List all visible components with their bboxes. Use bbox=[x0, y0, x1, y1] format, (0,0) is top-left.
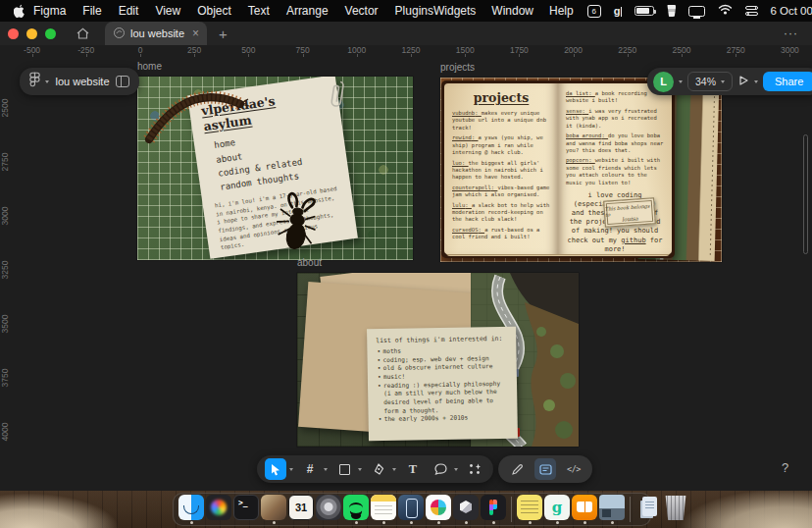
glass-widget-icon[interactable] bbox=[667, 5, 676, 17]
text-tool-button[interactable]: T bbox=[402, 458, 424, 480]
ruler-tick-label: 2500 bbox=[667, 45, 696, 55]
ruler-tick-label: -250 bbox=[72, 45, 101, 55]
chevron-down-icon[interactable] bbox=[392, 468, 396, 471]
stag-beetle-illustration bbox=[265, 187, 328, 257]
game-icon[interactable] bbox=[261, 495, 286, 524]
menu-item[interactable]: View bbox=[155, 4, 180, 18]
notes-icon[interactable] bbox=[371, 495, 396, 524]
menu-item[interactable]: Text bbox=[248, 4, 270, 18]
frame-tool-button[interactable]: # bbox=[299, 458, 321, 480]
menu-bar: FigmaFileEditViewObjectTextArrangeVector… bbox=[0, 0, 812, 22]
app-menu-items: FigmaFileEditViewObjectTextArrangeVector… bbox=[33, 4, 433, 18]
menu-item[interactable]: File bbox=[82, 4, 101, 18]
zoom-level: 34% bbox=[695, 76, 716, 87]
chevron-down-icon[interactable] bbox=[358, 468, 362, 471]
frame-label-about[interactable]: about bbox=[297, 257, 322, 268]
vertical-scrollbar[interactable] bbox=[803, 134, 808, 254]
tab-lou-website[interactable]: lou website × bbox=[105, 22, 207, 45]
new-tab-button[interactable]: + bbox=[219, 26, 228, 42]
slack-icon[interactable] bbox=[426, 495, 451, 524]
ruler-tick-label: 2000 bbox=[559, 45, 588, 55]
files-icon[interactable] bbox=[635, 495, 661, 524]
project-entry: lulua slack bot to help with moderation … bbox=[452, 202, 550, 224]
wifi-icon[interactable] bbox=[718, 4, 733, 18]
chevron-down-icon[interactable] bbox=[324, 468, 328, 471]
menu-item[interactable]: Vector bbox=[345, 4, 379, 18]
trash-icon[interactable] bbox=[663, 495, 688, 524]
launchpad-icon[interactable] bbox=[206, 495, 231, 524]
menu-item[interactable]: Plugins bbox=[395, 4, 433, 18]
close-window-button[interactable] bbox=[8, 28, 19, 39]
window-thumbnail-icon[interactable] bbox=[599, 495, 625, 524]
file-toolbar[interactable]: lou website bbox=[20, 68, 139, 95]
ruler-tick-label: 1250 bbox=[396, 45, 426, 55]
project-entry: cursedOSa rust-based os a cool friend an… bbox=[452, 227, 550, 241]
canvas[interactable]: -500-25002505007501000125015001750200022… bbox=[0, 45, 812, 491]
pen-tool-button[interactable] bbox=[368, 458, 389, 480]
finder-icon[interactable] bbox=[178, 495, 204, 524]
desktop-wallpaper bbox=[0, 491, 812, 528]
spotify-icon[interactable] bbox=[343, 495, 369, 524]
overflow-menu-icon[interactable]: ··· bbox=[784, 26, 798, 40]
project-entry: luothe biggest all girls' hackathon in n… bbox=[452, 160, 550, 182]
grammarly-menu-icon[interactable]: g bbox=[614, 5, 623, 17]
terminal-icon[interactable] bbox=[233, 495, 259, 524]
chevron-down-icon[interactable] bbox=[754, 80, 758, 83]
status-icons: 6 g bbox=[587, 4, 759, 18]
menu-item[interactable]: Widgets bbox=[433, 4, 476, 18]
frame-home[interactable]: vlperidae's asylum homeaboutcoding & rel… bbox=[137, 77, 413, 260]
avatar[interactable]: L bbox=[653, 72, 674, 92]
shape-tool-button[interactable] bbox=[333, 458, 355, 480]
tools-segment: # T bbox=[257, 455, 493, 483]
cube-app-icon[interactable] bbox=[453, 495, 479, 524]
share-button[interactable]: Share bbox=[763, 72, 812, 91]
dev-mode-code-button[interactable]: </> bbox=[563, 458, 584, 480]
project-entry: vubudnbmakes every unique youtube url in… bbox=[452, 110, 550, 132]
actions-button[interactable] bbox=[464, 458, 485, 480]
project-entry: da lista book recording website i built! bbox=[566, 90, 664, 105]
chevron-down-icon[interactable] bbox=[679, 80, 683, 83]
minimize-window-button[interactable] bbox=[26, 28, 37, 39]
fullscreen-window-button[interactable] bbox=[45, 28, 56, 39]
book-right-page: da lista book recording website i built!… bbox=[558, 83, 672, 254]
menu-item[interactable]: Object bbox=[197, 4, 231, 18]
control-center-icon[interactable] bbox=[745, 6, 758, 16]
menu-item[interactable]: Help bbox=[549, 4, 574, 18]
toggle-sidebar-icon[interactable] bbox=[116, 76, 129, 87]
close-tab-icon[interactable]: × bbox=[192, 26, 199, 40]
calendar-icon[interactable] bbox=[288, 495, 314, 524]
dock-separator[interactable] bbox=[508, 497, 515, 522]
frame-label-home[interactable]: home bbox=[137, 61, 162, 72]
menu-bar-clock[interactable]: 6 Oct 00:26 bbox=[770, 5, 812, 17]
calendar-widget-icon[interactable]: 6 bbox=[587, 5, 601, 18]
menu-item[interactable]: Edit bbox=[119, 4, 139, 18]
dock-separator[interactable] bbox=[627, 497, 634, 522]
chevron-down-icon[interactable] bbox=[454, 468, 458, 471]
dev-board-button[interactable] bbox=[534, 458, 556, 480]
draw-tool-button[interactable] bbox=[506, 458, 528, 480]
display-icon[interactable] bbox=[688, 6, 705, 17]
present-button[interactable] bbox=[737, 73, 749, 90]
frame-about[interactable]: list of things i'm interested in: mothsc… bbox=[297, 273, 579, 447]
frame-label-projects[interactable]: projects bbox=[440, 62, 475, 73]
help-button[interactable]: ? bbox=[782, 460, 788, 475]
battery-icon[interactable] bbox=[634, 6, 654, 16]
comment-tool-button[interactable] bbox=[430, 458, 451, 480]
frame-projects[interactable]: projects vubudnbmakes every unique youtu… bbox=[440, 78, 722, 262]
stickies-icon[interactable] bbox=[517, 495, 542, 524]
figma-icon[interactable] bbox=[481, 495, 506, 524]
menu-item[interactable]: Window bbox=[491, 4, 533, 18]
settings-icon[interactable] bbox=[316, 495, 341, 524]
move-tool-button[interactable] bbox=[265, 458, 286, 480]
grammarly-icon[interactable] bbox=[544, 495, 570, 524]
interest-item: reading :) especially philosophy (i am s… bbox=[377, 380, 509, 416]
zoom-level-control[interactable]: 34% bbox=[687, 72, 733, 91]
home-button[interactable] bbox=[70, 24, 95, 43]
menu-item[interactable]: Arrange bbox=[286, 4, 329, 18]
apple-menu-icon[interactable] bbox=[14, 4, 25, 18]
chevron-down-icon[interactable] bbox=[289, 468, 293, 471]
iphone-mirroring-icon[interactable] bbox=[398, 495, 424, 524]
books-icon[interactable] bbox=[572, 495, 597, 524]
menu-item[interactable]: Figma bbox=[33, 4, 66, 18]
ruler-tick-label: 3000 bbox=[775, 45, 804, 55]
